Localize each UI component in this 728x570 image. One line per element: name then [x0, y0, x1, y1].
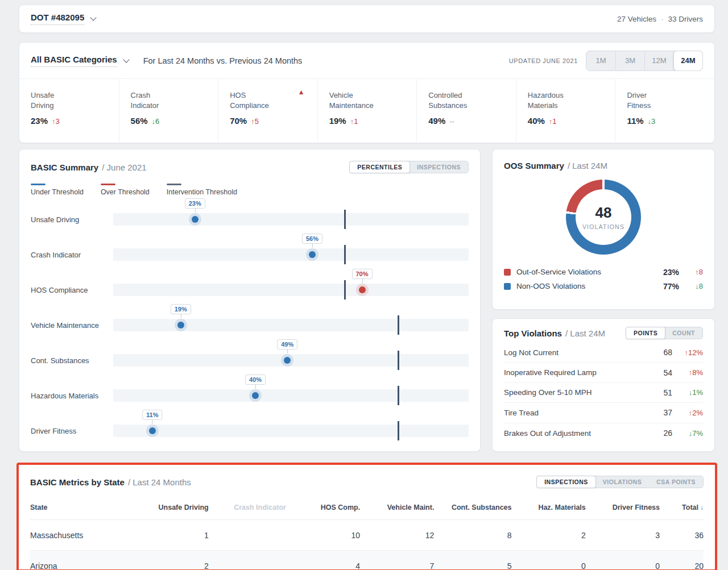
oos-pct: 23% [653, 268, 679, 277]
legend-intervention-threshold: Intervention Threshold [167, 184, 237, 196]
tile-delta: ↑1 [350, 117, 358, 126]
inspections-toggle[interactable]: INSPECTIONS [410, 161, 468, 173]
summary-row-driver-fitness: Driver Fitness 11% [31, 413, 469, 448]
score-dot[interactable] [149, 427, 156, 434]
violation-row[interactable]: Inoperative Required Lamp 54 ↑8% [504, 363, 703, 382]
score-dot[interactable] [252, 392, 259, 399]
tile-vehicle-maintenance[interactable]: VehicleMaintentance 19%↑1 [317, 79, 417, 143]
points-toggle[interactable]: POINTS [626, 327, 665, 339]
threshold-tick [398, 315, 399, 335]
oos-delta: ↑8 [679, 268, 703, 276]
col-haz-materials[interactable]: Haz. Materials [512, 498, 586, 520]
value-chip: 40% [245, 375, 266, 385]
col-cont-substances[interactable]: Cont. Substances [434, 498, 511, 520]
col-total-sort[interactable]: Total↓ [660, 498, 704, 520]
percentiles-toggle[interactable]: PERCENTILES [349, 161, 410, 173]
oos-legend-row: Out-of-Service Violations 23% ↑8 [504, 265, 703, 279]
tile-driver-fitness[interactable]: DriverFitness 11%↓3 [615, 79, 714, 143]
tile-unsafe-driving[interactable]: UnsafeDriving 23%↑3 [19, 79, 119, 143]
col-unsafe-driving[interactable]: Unsafe Driving [131, 498, 209, 520]
top-violations-title: Top Violations [504, 328, 562, 338]
tile-value: 19% [329, 116, 346, 126]
count-toggle[interactable]: COUNT [665, 327, 702, 339]
dot-number-selector[interactable]: DOT #482095 [31, 13, 96, 25]
oos-legend: Out-of-Service Violations 23% ↑8 Non-OOS… [504, 265, 703, 293]
tile-hazardous-materials[interactable]: HazardousMaterials 40%↑1 [516, 79, 615, 143]
tile-value: 56% [131, 116, 148, 126]
threshold-tick [344, 280, 346, 299]
tile-delta: ↑1 [549, 117, 557, 126]
threshold-tick [344, 245, 346, 264]
table-row-arizona[interactable]: Arizona 2 4 7 5 0 0 20 [30, 551, 704, 570]
categories-header: All BASIC Categories For Last 24 Months … [19, 43, 714, 79]
category-filter-label: All BASIC Categories [31, 55, 117, 67]
violation-row[interactable]: Log Not Current 68 ↑12% [504, 343, 703, 363]
range-button-12m[interactable]: 12M [644, 51, 673, 70]
tile-value: 70% [230, 116, 247, 126]
csa-points-tab[interactable]: CSA POINTS [649, 476, 703, 488]
oos-pct: 77% [653, 282, 679, 291]
dot-separator: · [661, 15, 664, 23]
legend-under-threshold: Under Threshold [31, 184, 84, 196]
vehicles-count: 27 Vehicles [617, 15, 656, 23]
score-dot[interactable] [359, 286, 366, 293]
range-button-24m[interactable]: 24M [673, 51, 702, 70]
violation-row[interactable]: Brakes Out of Adjustment 26 ↓7% [504, 423, 703, 443]
violation-row[interactable]: Tire Tread 37 ↑2% [504, 403, 703, 423]
summary-row-crash-indicator: Crash Indicator 56% [31, 237, 469, 272]
percentile-bar: 19% [113, 319, 469, 331]
violations-view-toggle: POINTS COUNT [626, 327, 703, 339]
annotation-highlight-border: BASIC Metrics by State / Last 24 Months … [16, 463, 717, 570]
percentile-bar: 70% [113, 284, 469, 296]
account-header-card: DOT #482095 27 Vehicles · 33 Drivers [19, 5, 715, 33]
oos-legend-row: Non-OOS Violations 77% ↓8 [504, 279, 703, 293]
score-dot[interactable] [284, 357, 291, 364]
tile-hos-compliance[interactable]: ▲ HOSCompliance 70%↑5 [218, 79, 317, 143]
tile-value: 40% [528, 116, 545, 126]
basic-summary-card: BASIC Summary / June 2021 PERCENTILES IN… [19, 149, 481, 452]
state-metrics-toggle: INSPECTIONS VIOLATIONS CSA POINTS [536, 476, 704, 488]
threshold-tick [398, 351, 399, 370]
col-driver-fitness[interactable]: Driver Fitness [586, 498, 660, 520]
oos-summary-title: OOS Summary [504, 161, 564, 170]
percentile-bar: 49% [113, 354, 469, 367]
violation-row[interactable]: Speeding Over 5-10 MPH 51 ↓1% [504, 383, 703, 403]
tile-controlled-substances[interactable]: ControlledSubstances 49%-- [416, 79, 516, 143]
value-chip: 70% [351, 269, 372, 279]
legend-swatch [31, 184, 46, 185]
threshold-tick [344, 210, 346, 229]
comparison-text: For Last 24 Months vs. Previous 24 Month… [143, 56, 303, 65]
percentile-bar: 40% [113, 389, 469, 402]
summary-row-unsafe-driving: Unsafe Driving 23% [31, 202, 469, 237]
tile-delta: ↓3 [648, 117, 656, 126]
tile-delta: ↑3 [52, 117, 60, 126]
value-chip: 56% [302, 234, 322, 244]
state-metrics-period: / Last 24 Months [128, 477, 191, 487]
oos-summary-period: / Last 24M [568, 161, 607, 170]
violations-tab[interactable]: VIOLATIONS [595, 476, 649, 488]
table-row-massachusetts[interactable]: Massachusetts 1 10 12 8 2 3 36 [30, 520, 704, 551]
tile-crash-indicator[interactable]: CrashIndicator 56%↓6 [119, 79, 218, 143]
score-dot[interactable] [177, 322, 184, 328]
score-dot[interactable] [192, 216, 198, 223]
category-filter-selector[interactable]: All BASIC Categories [31, 55, 129, 67]
top-violations-period: / Last 24M [565, 328, 605, 338]
score-dot[interactable] [309, 251, 316, 258]
tile-value: 49% [428, 116, 445, 126]
inspections-tab[interactable]: INSPECTIONS [536, 476, 596, 488]
range-button-3m[interactable]: 3M [615, 51, 644, 70]
basic-summary-period: / June 2021 [102, 163, 146, 172]
col-state[interactable]: State [30, 498, 131, 520]
summary-chart: Unsafe Driving 23% Crash Indicator 56% H… [31, 202, 469, 448]
tile-delta: ↓6 [152, 117, 160, 126]
value-chip: 23% [185, 198, 205, 209]
top-violations-card: Top Violations / Last 24M POINTS COUNT L… [492, 318, 715, 452]
range-button-1m[interactable]: 1M [586, 51, 615, 70]
summary-row-hazardous-materials: Hazardous Materials 40% [31, 378, 469, 413]
chevron-down-icon [123, 56, 129, 63]
donut-center: 48 VIOLATIONS [576, 189, 631, 245]
oos-donut-chart[interactable]: 48 VIOLATIONS [566, 180, 641, 255]
col-vehicle-maint[interactable]: Vehicle Maint. [360, 498, 434, 520]
col-hos-comp[interactable]: HOS Comp. [286, 498, 360, 520]
state-metrics-title: BASIC Metrics by State [30, 477, 125, 487]
